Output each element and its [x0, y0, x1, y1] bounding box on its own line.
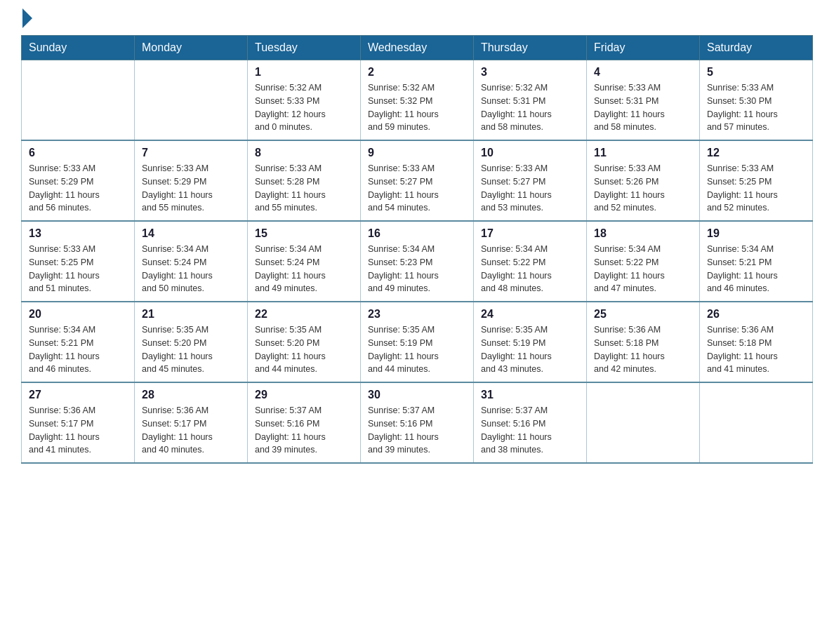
calendar-cell-w2-d4: 9Sunrise: 5:33 AMSunset: 5:27 PMDaylight…: [361, 140, 474, 221]
calendar-cell-w5-d7: [700, 382, 813, 463]
day-info: Sunrise: 5:33 AMSunset: 5:30 PMDaylight:…: [707, 81, 805, 134]
day-info: Sunrise: 5:36 AMSunset: 5:18 PMDaylight:…: [594, 323, 692, 376]
day-info: Sunrise: 5:35 AMSunset: 5:20 PMDaylight:…: [255, 323, 353, 376]
day-number: 22: [255, 308, 353, 321]
day-info: Sunrise: 5:34 AMSunset: 5:23 PMDaylight:…: [368, 243, 466, 295]
weekday-header-monday: Monday: [135, 36, 248, 60]
day-number: 9: [368, 147, 466, 159]
logo: [21, 14, 32, 28]
day-number: 21: [142, 308, 240, 321]
day-number: 14: [142, 227, 240, 240]
calendar-cell-w3-d4: 16Sunrise: 5:34 AMSunset: 5:23 PMDayligh…: [361, 221, 474, 302]
day-number: 19: [707, 227, 805, 240]
calendar-week-5: 27Sunrise: 5:36 AMSunset: 5:17 PMDayligh…: [22, 382, 813, 463]
day-info: Sunrise: 5:33 AMSunset: 5:25 PMDaylight:…: [29, 243, 127, 295]
calendar-cell-w2-d2: 7Sunrise: 5:33 AMSunset: 5:29 PMDaylight…: [135, 140, 248, 221]
day-info: Sunrise: 5:34 AMSunset: 5:21 PMDaylight:…: [707, 243, 805, 295]
day-info: Sunrise: 5:34 AMSunset: 5:22 PMDaylight:…: [594, 243, 692, 295]
day-info: Sunrise: 5:34 AMSunset: 5:21 PMDaylight:…: [29, 323, 127, 376]
calendar-cell-w1-d7: 5Sunrise: 5:33 AMSunset: 5:30 PMDaylight…: [700, 60, 813, 141]
day-info: Sunrise: 5:33 AMSunset: 5:25 PMDaylight:…: [707, 162, 805, 215]
day-number: 7: [142, 147, 240, 159]
calendar-cell-w3-d5: 17Sunrise: 5:34 AMSunset: 5:22 PMDayligh…: [474, 221, 587, 302]
calendar-cell-w5-d6: [587, 382, 700, 463]
calendar-cell-w2-d3: 8Sunrise: 5:33 AMSunset: 5:28 PMDaylight…: [248, 140, 361, 221]
day-info: Sunrise: 5:36 AMSunset: 5:17 PMDaylight:…: [29, 404, 127, 457]
day-info: Sunrise: 5:33 AMSunset: 5:29 PMDaylight:…: [29, 162, 127, 215]
calendar-cell-w2-d1: 6Sunrise: 5:33 AMSunset: 5:29 PMDaylight…: [22, 140, 135, 221]
calendar-cell-w5-d5: 31Sunrise: 5:37 AMSunset: 5:16 PMDayligh…: [474, 382, 587, 463]
weekday-header-row: SundayMondayTuesdayWednesdayThursdayFrid…: [22, 36, 813, 60]
day-number: 17: [481, 227, 579, 240]
day-number: 27: [29, 389, 127, 401]
weekday-header-tuesday: Tuesday: [248, 36, 361, 60]
calendar-cell-w4-d4: 23Sunrise: 5:35 AMSunset: 5:19 PMDayligh…: [361, 302, 474, 382]
calendar-cell-w2-d6: 11Sunrise: 5:33 AMSunset: 5:26 PMDayligh…: [587, 140, 700, 221]
day-info: Sunrise: 5:33 AMSunset: 5:31 PMDaylight:…: [594, 81, 692, 134]
day-info: Sunrise: 5:33 AMSunset: 5:28 PMDaylight:…: [255, 162, 353, 215]
day-info: Sunrise: 5:37 AMSunset: 5:16 PMDaylight:…: [255, 404, 353, 457]
day-number: 1: [255, 66, 353, 79]
day-info: Sunrise: 5:32 AMSunset: 5:33 PMDaylight:…: [255, 81, 353, 134]
day-info: Sunrise: 5:35 AMSunset: 5:20 PMDaylight:…: [142, 323, 240, 376]
calendar-body: 1Sunrise: 5:32 AMSunset: 5:33 PMDaylight…: [22, 60, 813, 464]
day-info: Sunrise: 5:34 AMSunset: 5:24 PMDaylight:…: [142, 243, 240, 295]
day-number: 25: [594, 308, 692, 321]
weekday-header-wednesday: Wednesday: [361, 36, 474, 60]
day-number: 11: [594, 147, 692, 159]
calendar-cell-w3-d1: 13Sunrise: 5:33 AMSunset: 5:25 PMDayligh…: [22, 221, 135, 302]
day-number: 24: [481, 308, 579, 321]
calendar-cell-w1-d2: [135, 60, 248, 141]
day-number: 30: [368, 389, 466, 401]
day-info: Sunrise: 5:35 AMSunset: 5:19 PMDaylight:…: [368, 323, 466, 376]
day-info: Sunrise: 5:34 AMSunset: 5:24 PMDaylight:…: [255, 243, 353, 295]
day-number: 5: [707, 66, 805, 79]
day-number: 26: [707, 308, 805, 321]
day-info: Sunrise: 5:35 AMSunset: 5:19 PMDaylight:…: [481, 323, 579, 376]
calendar-cell-w4-d2: 21Sunrise: 5:35 AMSunset: 5:20 PMDayligh…: [135, 302, 248, 382]
calendar-cell-w5-d3: 29Sunrise: 5:37 AMSunset: 5:16 PMDayligh…: [248, 382, 361, 463]
day-info: Sunrise: 5:33 AMSunset: 5:26 PMDaylight:…: [594, 162, 692, 215]
logo-triangle-icon: [22, 8, 32, 28]
day-number: 20: [29, 308, 127, 321]
day-number: 10: [481, 147, 579, 159]
calendar-cell-w2-d7: 12Sunrise: 5:33 AMSunset: 5:25 PMDayligh…: [700, 140, 813, 221]
day-number: 28: [142, 389, 240, 401]
calendar-cell-w4-d1: 20Sunrise: 5:34 AMSunset: 5:21 PMDayligh…: [22, 302, 135, 382]
calendar-cell-w5-d2: 28Sunrise: 5:36 AMSunset: 5:17 PMDayligh…: [135, 382, 248, 463]
calendar-cell-w3-d2: 14Sunrise: 5:34 AMSunset: 5:24 PMDayligh…: [135, 221, 248, 302]
day-info: Sunrise: 5:32 AMSunset: 5:31 PMDaylight:…: [481, 81, 579, 134]
day-number: 29: [255, 389, 353, 401]
day-number: 15: [255, 227, 353, 240]
day-info: Sunrise: 5:33 AMSunset: 5:29 PMDaylight:…: [142, 162, 240, 215]
page-header: [21, 14, 813, 28]
day-number: 18: [594, 227, 692, 240]
calendar-cell-w2-d5: 10Sunrise: 5:33 AMSunset: 5:27 PMDayligh…: [474, 140, 587, 221]
calendar-cell-w1-d3: 1Sunrise: 5:32 AMSunset: 5:33 PMDaylight…: [248, 60, 361, 141]
day-info: Sunrise: 5:32 AMSunset: 5:32 PMDaylight:…: [368, 81, 466, 134]
calendar-cell-w1-d5: 3Sunrise: 5:32 AMSunset: 5:31 PMDaylight…: [474, 60, 587, 141]
calendar-week-3: 13Sunrise: 5:33 AMSunset: 5:25 PMDayligh…: [22, 221, 813, 302]
day-number: 13: [29, 227, 127, 240]
day-number: 4: [594, 66, 692, 79]
day-number: 6: [29, 147, 127, 159]
day-number: 31: [481, 389, 579, 401]
calendar-cell-w4-d7: 26Sunrise: 5:36 AMSunset: 5:18 PMDayligh…: [700, 302, 813, 382]
calendar-week-2: 6Sunrise: 5:33 AMSunset: 5:29 PMDaylight…: [22, 140, 813, 221]
day-number: 23: [368, 308, 466, 321]
calendar-week-4: 20Sunrise: 5:34 AMSunset: 5:21 PMDayligh…: [22, 302, 813, 382]
day-info: Sunrise: 5:37 AMSunset: 5:16 PMDaylight:…: [481, 404, 579, 457]
calendar-table: SundayMondayTuesdayWednesdayThursdayFrid…: [21, 35, 813, 464]
calendar-cell-w1-d4: 2Sunrise: 5:32 AMSunset: 5:32 PMDaylight…: [361, 60, 474, 141]
day-number: 2: [368, 66, 466, 79]
weekday-header-saturday: Saturday: [700, 36, 813, 60]
calendar-cell-w5-d4: 30Sunrise: 5:37 AMSunset: 5:16 PMDayligh…: [361, 382, 474, 463]
weekday-header-thursday: Thursday: [474, 36, 587, 60]
calendar-cell-w5-d1: 27Sunrise: 5:36 AMSunset: 5:17 PMDayligh…: [22, 382, 135, 463]
calendar-cell-w4-d5: 24Sunrise: 5:35 AMSunset: 5:19 PMDayligh…: [474, 302, 587, 382]
calendar-header: SundayMondayTuesdayWednesdayThursdayFrid…: [22, 36, 813, 60]
calendar-cell-w4-d3: 22Sunrise: 5:35 AMSunset: 5:20 PMDayligh…: [248, 302, 361, 382]
calendar-cell-w3-d6: 18Sunrise: 5:34 AMSunset: 5:22 PMDayligh…: [587, 221, 700, 302]
day-info: Sunrise: 5:37 AMSunset: 5:16 PMDaylight:…: [368, 404, 466, 457]
day-info: Sunrise: 5:36 AMSunset: 5:18 PMDaylight:…: [707, 323, 805, 376]
